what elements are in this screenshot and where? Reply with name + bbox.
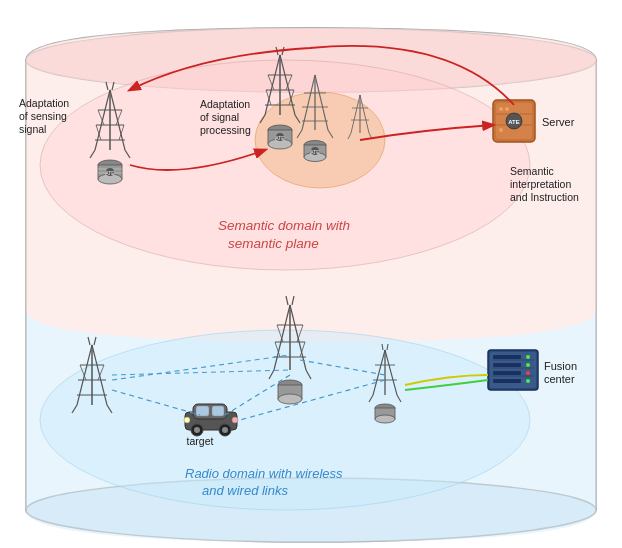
svg-point-115 xyxy=(499,128,503,132)
svg-point-138 xyxy=(232,417,238,423)
svg-rect-128 xyxy=(493,379,521,383)
svg-rect-127 xyxy=(493,371,521,375)
svg-point-134 xyxy=(194,427,200,433)
server-label: Server xyxy=(542,116,575,128)
svg-point-106 xyxy=(375,415,395,423)
svg-point-124 xyxy=(526,379,530,383)
svg-point-122 xyxy=(526,363,530,367)
svg-point-114 xyxy=(505,107,509,111)
svg-rect-132 xyxy=(212,406,224,416)
svg-text:ATE: ATE xyxy=(508,119,520,125)
svg-text:ATE: ATE xyxy=(310,149,320,155)
svg-text:ATE: ATE xyxy=(105,170,115,176)
svg-point-121 xyxy=(526,355,530,359)
main-diagram-svg: ATE ATE xyxy=(0,0,622,548)
svg-point-94 xyxy=(278,394,302,404)
svg-point-113 xyxy=(499,107,503,111)
target-label: target xyxy=(187,435,214,447)
svg-rect-126 xyxy=(493,363,521,367)
diagram-container: ATE ATE xyxy=(0,0,622,548)
svg-point-123 xyxy=(526,371,530,375)
svg-rect-131 xyxy=(196,406,209,416)
svg-point-137 xyxy=(184,417,190,423)
svg-rect-125 xyxy=(493,355,521,359)
svg-point-136 xyxy=(222,427,228,433)
svg-text:ATE: ATE xyxy=(275,135,285,141)
